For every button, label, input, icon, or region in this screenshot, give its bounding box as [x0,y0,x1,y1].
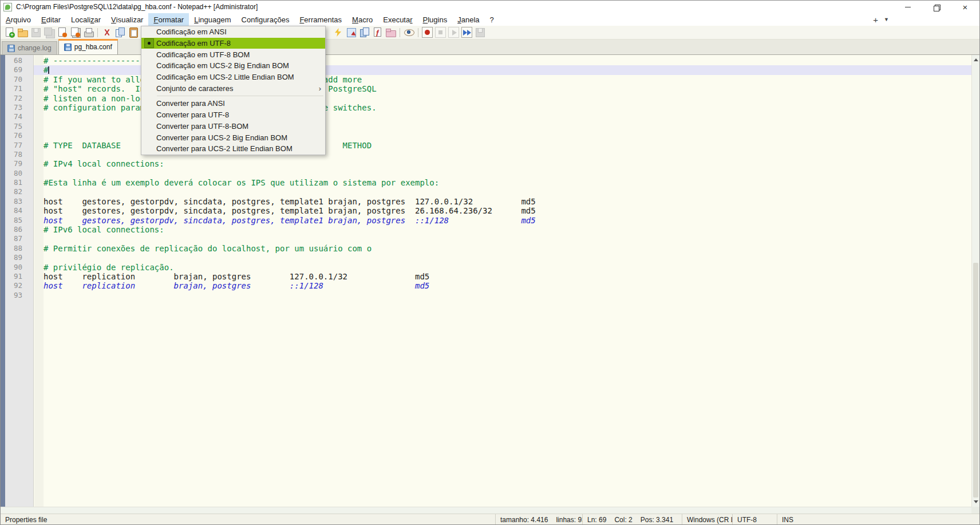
code-line-92[interactable]: 92host replication brajan, postgres ::1/… [1,281,971,290]
code-line-80[interactable]: 80 [1,169,971,178]
line-number[interactable]: 84 [5,206,28,215]
line-number[interactable]: 90 [5,263,28,272]
copy-icon[interactable] [114,27,125,38]
line-number[interactable]: 79 [5,159,28,168]
tab-list-caret-icon[interactable]: ▼ [884,17,889,22]
line-number[interactable]: 91 [5,272,28,281]
run-macro-multiple-icon[interactable] [461,27,472,38]
menubar-item-visualizar[interactable]: Visualizar [106,13,148,26]
line-number[interactable]: 74 [5,112,28,121]
line-number[interactable]: 93 [5,291,28,300]
print-icon[interactable] [83,27,94,38]
record-macro-icon[interactable] [422,27,433,38]
code-line-86[interactable]: 86# IPv6 local connections: [1,225,971,234]
status-file-size[interactable]: tamanho: 4.416linhas: 93 [495,514,582,525]
line-number[interactable]: 89 [5,253,28,262]
code-line-84[interactable]: 84host gestores, gestorpdv, sincdata, po… [1,206,971,215]
menu-item-codifica-o-em-utf-8-bom[interactable]: Codificação em UTF-8 BOM [141,49,325,60]
menu-item-converter-para-utf-8[interactable]: Converter para UTF-8 [141,109,325,121]
menu-item-converter-para-ucs-2-big-endian-bom[interactable]: Converter para UCS-2 Big Endian BOM [141,132,325,143]
word-wrap-icon[interactable] [333,27,343,38]
line-number[interactable]: 70 [5,75,28,84]
status-cursor-position[interactable]: Ln: 69Col: 2Pos: 3.341 [582,514,682,525]
vertical-scrollbar[interactable] [971,55,979,507]
tab-change-log[interactable]: change.log [2,41,57,54]
vertical-scroll-thumb[interactable] [973,263,978,498]
code-line-88[interactable]: 88# Permitir conexões de replicação do l… [1,244,971,253]
monitoring-icon[interactable] [404,27,414,38]
line-number[interactable]: 68 [5,56,28,65]
code-line-82[interactable]: 82 [1,187,971,196]
restore-button[interactable] [922,1,951,13]
menu-item-codifica-o-em-ansi[interactable]: Codificação em ANSI [141,26,325,38]
menubar-item-ferramentas[interactable]: Ferramentas [294,13,347,26]
menubar-item-arquivo[interactable]: Arquivo [1,13,36,26]
close-button[interactable]: × [951,1,979,13]
close-file-icon[interactable] [57,27,68,38]
menubar-item-editar[interactable]: Editar [36,13,66,26]
tab-pg-hba-conf[interactable]: pg_hba.conf [58,39,118,54]
cut-icon[interactable] [101,27,112,38]
line-number[interactable]: 78 [5,150,28,159]
line-number[interactable]: 81 [5,178,28,187]
status-insert-mode[interactable]: INS [777,514,977,525]
menu-item-codifica-o-em-ucs-2-little-endian-bom[interactable]: Codificação em UCS-2 Little Endian BOM [141,72,325,83]
function-list-icon[interactable] [372,27,383,38]
menubar-item-plugins[interactable]: Plugins [418,13,453,26]
code-line-85[interactable]: 85host gestores, gestorpdv, sincdata, po… [1,216,971,225]
line-number[interactable]: 75 [5,122,28,131]
open-file-icon[interactable] [17,27,28,38]
menubar-item-formatar[interactable]: Formatar [148,13,189,26]
paste-icon[interactable] [128,27,139,38]
menu-item-codifica-o-em-utf-8[interactable]: Codificação em UTF-8 [141,38,325,49]
code-line-91[interactable]: 91host replication brajan, postgres 127.… [1,272,971,281]
code-line-79[interactable]: 79# IPv4 local connections: [1,159,971,168]
menubar-item-executar[interactable]: Executar [378,13,417,26]
code-line-87[interactable]: 87 [1,234,971,243]
line-number[interactable]: 71 [5,84,28,93]
scroll-down-icon[interactable] [974,500,978,503]
menubar-item-localizar[interactable]: Localizar [66,13,106,26]
menubar-item-?[interactable]: ? [485,13,499,26]
line-number[interactable]: 83 [5,197,28,206]
minimize-button[interactable] [894,1,922,13]
line-number[interactable]: 77 [5,141,28,150]
menu-item-label: Codificação em UCS-2 Little Endian BOM [156,73,315,81]
menu-item-codifica-o-em-ucs-2-big-endian-bom[interactable]: Codificação em UCS-2 Big Endian BOM [141,60,325,72]
line-number[interactable]: 72 [5,94,28,103]
code-line-83[interactable]: 83host gestores, gestorpdv, sincdata, po… [1,197,971,206]
document-switcher-icon[interactable] [359,27,370,38]
document-map-icon[interactable] [346,27,357,38]
menu-item-converter-para-ansi[interactable]: Converter para ANSI [141,98,325,109]
menubar-item-configura-es[interactable]: Configurações [236,13,295,26]
line-number[interactable]: 92 [5,281,28,290]
code-line-90[interactable]: 90# privilégio de replicação. [1,263,971,272]
menu-item-conjunto-de-caracteres[interactable]: Conjunto de caracteres› [141,82,325,94]
line-number[interactable]: 76 [5,131,28,140]
line-number[interactable]: 85 [5,216,28,225]
code-line-81[interactable]: 81#Esta linha é um exemplo deverá coloca… [1,178,971,187]
line-number[interactable]: 73 [5,103,28,112]
line-number[interactable]: 86 [5,225,28,234]
line-number[interactable]: 82 [5,187,28,196]
code-line-93[interactable]: 93 [1,291,971,300]
folder-as-workspace-icon[interactable] [385,27,396,38]
menubar-item-macro[interactable]: Macro [347,13,378,26]
status-doc-type[interactable]: Properties file [1,514,495,525]
close-all-icon[interactable] [70,27,81,38]
line-number[interactable]: 80 [5,169,28,178]
line-number[interactable]: 88 [5,244,28,253]
menu-item-converter-para-ucs-2-little-endian-bom[interactable]: Converter para UCS-2 Little Endian BOM [141,143,325,155]
new-file-icon[interactable] [4,27,15,38]
horizontal-scrollbar[interactable] [1,507,979,514]
status-eol-format[interactable]: Windows (CR LF) [682,514,732,525]
menubar-item-linguagem[interactable]: Linguagem [189,13,236,26]
menu-item-converter-para-utf-8-bom[interactable]: Converter para UTF-8-BOM [141,121,325,132]
code-line-89[interactable]: 89 [1,253,971,262]
status-encoding[interactable]: UTF-8 [732,514,777,525]
line-number[interactable]: 69 [5,65,28,74]
line-number[interactable]: 87 [5,234,28,243]
menubar-item-janela[interactable]: Janela [452,13,484,26]
scroll-up-icon[interactable] [974,58,978,61]
new-tab-plus-icon[interactable]: + [873,15,878,24]
